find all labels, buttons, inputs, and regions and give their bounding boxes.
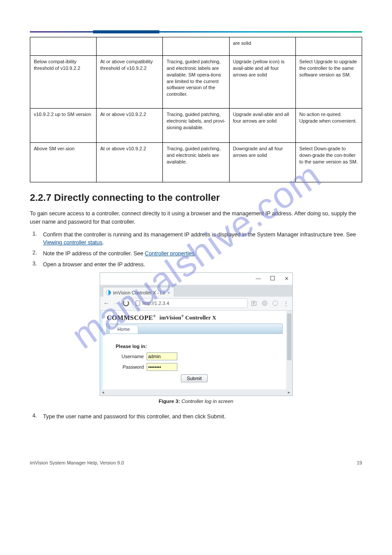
- table-cell: Above SM ver-sion: [30, 143, 97, 182]
- cross-ref-link[interactable]: Viewing controller status: [43, 239, 102, 246]
- page-icon: [136, 301, 140, 306]
- compatibility-table: are solidBelow compat-ibility threshold …: [30, 37, 362, 182]
- brand-product: imVision® Controller X: [159, 314, 216, 321]
- password-field[interactable]: [147, 363, 177, 371]
- brand-logo: COMMSCOPE®: [107, 314, 156, 322]
- page-footer: imVision System Manager Help, Version 9.…: [30, 460, 362, 465]
- reload-icon[interactable]: [123, 300, 129, 306]
- step: 3.Open a browser and enter the IP addres…: [30, 261, 362, 269]
- window-close-icon[interactable]: ✕: [284, 276, 290, 282]
- cross-ref-link[interactable]: Controller properties: [145, 250, 194, 257]
- table-cell: Upgrade (yellow icon) is avail-able and …: [229, 56, 295, 109]
- table-cell: Select Upgrade to upgrade the controller…: [295, 56, 362, 109]
- table-cell: [295, 37, 362, 56]
- browser-address-bar: ← → http://1.2.3.4 ⚿ ⋮: [100, 297, 292, 311]
- browser-window: — ✕ imVision Controller X - Lo × ← → htt…: [100, 272, 293, 396]
- step-number: 3.: [30, 261, 37, 269]
- app-tabs: Home: [106, 323, 283, 334]
- figure-wrap: — ✕ imVision Controller X - Lo × ← → htt…: [30, 272, 362, 396]
- footer-left: imVision System Manager Help, Version 9.…: [30, 460, 124, 465]
- table-cell: Tracing, guided patching, and electronic…: [163, 143, 229, 182]
- page: are solidBelow compat-ibility threshold …: [0, 0, 392, 492]
- table-cell: At or above compatibility threshold of v…: [97, 56, 163, 109]
- tab-close-icon[interactable]: ×: [167, 290, 170, 295]
- table-cell: Tracing, guided patching, electronic lab…: [163, 109, 229, 143]
- table-cell: Select Down-grade to down-grade the con-…: [295, 143, 362, 182]
- back-icon[interactable]: ←: [104, 300, 110, 307]
- browser-tabstrip: imVision Controller X - Lo ×: [100, 285, 292, 297]
- footer-page-number: 19: [357, 460, 362, 465]
- password-label: Password: [116, 364, 144, 370]
- login-form: Please log in: Username Password Submit: [103, 334, 286, 389]
- horizontal-scrollbar[interactable]: ◄ ►: [100, 389, 292, 395]
- table-cell: v10.9.2.2 up to SM version: [30, 109, 97, 143]
- table-cell: [163, 37, 229, 56]
- figure-caption: Figure 3: Controller log in screen: [30, 399, 362, 404]
- url-text: http://1.2.3.4: [143, 301, 169, 306]
- step-number: 4.: [30, 413, 37, 421]
- window-titlebar: — ✕: [100, 273, 292, 285]
- table-cell: No action re-quired. Upgrade when conven…: [295, 109, 362, 143]
- step-text: Confirm that the controller is running a…: [43, 231, 362, 247]
- intro-paragraph: To gain secure access to a controller, c…: [30, 210, 362, 226]
- content-main: COMMSCOPE® imVision® Controller X Home P…: [103, 311, 286, 389]
- table-cell: Tracing, guided patching, and electronic…: [163, 56, 229, 109]
- step-number: 2.: [30, 250, 37, 258]
- step-text: Type the user name and password for this…: [43, 413, 362, 421]
- table-cell: At or above v10.9.2.2: [97, 143, 163, 182]
- step: 2.Note the IP address of the controller.…: [30, 250, 362, 258]
- step-number: 1.: [30, 231, 37, 247]
- key-icon[interactable]: ⚿: [251, 300, 257, 307]
- step-text: Open a browser and enter the IP address.: [43, 261, 362, 269]
- forward-icon[interactable]: →: [113, 300, 119, 307]
- header-rule: [30, 30, 362, 33]
- scroll-left-icon[interactable]: ◄: [100, 390, 106, 395]
- step-text: Note the IP address of the controller. S…: [43, 250, 362, 258]
- window-minimize-icon[interactable]: —: [255, 276, 262, 282]
- table-cell: are solid: [229, 37, 295, 56]
- table-cell: [30, 37, 97, 56]
- vertical-scrollbar[interactable]: [286, 311, 292, 389]
- login-header: Please log in:: [116, 344, 273, 349]
- table-cell: [97, 37, 163, 56]
- submit-button[interactable]: Submit: [181, 374, 207, 382]
- tab-home[interactable]: Home: [109, 325, 138, 334]
- favicon-icon: [106, 290, 111, 295]
- table-cell: Upgrade avail-able and all four arrows a…: [229, 109, 295, 143]
- step: 4.Type the user name and password for th…: [30, 413, 362, 421]
- profile-icon[interactable]: [262, 301, 267, 306]
- status-icon: [273, 301, 278, 306]
- username-field[interactable]: [147, 352, 177, 360]
- scroll-right-icon[interactable]: ►: [286, 390, 292, 395]
- table-cell: At or above v10.9.2.2: [97, 109, 163, 143]
- step: 1.Confirm that the controller is running…: [30, 231, 362, 247]
- browser-tab[interactable]: imVision Controller X - Lo ×: [103, 287, 174, 297]
- window-maximize-icon[interactable]: [270, 276, 276, 282]
- table-cell: Downgrade and all four arrows are solid: [229, 143, 295, 182]
- url-field[interactable]: http://1.2.3.4: [133, 298, 248, 308]
- browser-tab-title: imVision Controller X - Lo: [113, 290, 165, 295]
- username-label: Username: [116, 354, 144, 359]
- section-heading: 2.2.7 Directly connecting to the control…: [30, 192, 362, 203]
- table-cell: Below compat-ibility threshold of v10.9.…: [30, 56, 97, 109]
- menu-icon[interactable]: ⋮: [283, 300, 289, 307]
